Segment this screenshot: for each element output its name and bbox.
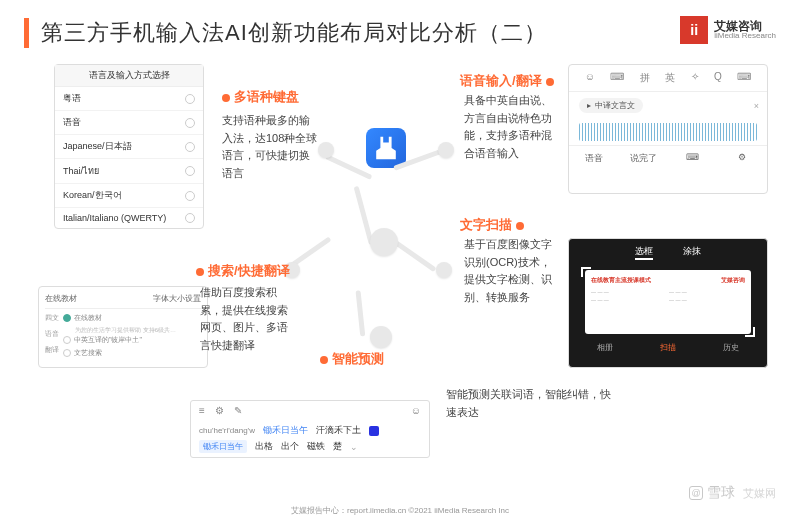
logo-mark: ii xyxy=(680,16,708,44)
connector xyxy=(356,290,366,336)
ime-tag[interactable]: 锄禾日当午 xyxy=(199,440,247,453)
logo-en: iiMedia Research xyxy=(714,32,776,40)
connector-node xyxy=(318,142,334,158)
candidate[interactable]: 楚 xyxy=(333,440,342,453)
panel-voice: ☺ ⌨ 拼 英 ✧ Q ⌨ ▸中译文言文 × 语音 说完了 ⌨ ⚙ xyxy=(568,64,768,194)
panel-language-header: 语言及输入方式选择 xyxy=(55,65,203,87)
candidate-suffix: 汗滴禾下土 xyxy=(316,424,361,437)
page-title: 第三方手机输入法AI创新功能布局对比分析（二） xyxy=(41,18,547,48)
lang-row[interactable]: 粤语 xyxy=(55,87,203,111)
desc-multilang: 支持语种最多的输入法，达108种全球语言，可快捷切换语言 xyxy=(222,112,318,182)
lang-row[interactable]: 语音 xyxy=(55,111,203,135)
voice-done-button[interactable]: 说完了 xyxy=(619,146,669,171)
candidate[interactable]: 出个 xyxy=(281,440,299,453)
candidate[interactable]: 磁铁 xyxy=(307,440,325,453)
side-tab[interactable]: 语音 xyxy=(45,329,59,339)
settings-icon[interactable]: ⚙ xyxy=(718,146,768,171)
label-multilang: 多语种键盘 xyxy=(222,88,299,106)
voice-waveform xyxy=(579,123,757,141)
voice-pill[interactable]: ▸中译文言文 xyxy=(579,98,643,113)
lang-row[interactable]: Thai/ไทย xyxy=(55,159,203,184)
watermark: @ 雪球 艾媒网 xyxy=(689,484,776,502)
panel-settings: 在线教材 字体大小设置 四文 语音 翻译 在线教材 为您的生活学习提供帮助 支持… xyxy=(38,286,208,368)
menu-icon[interactable]: ≡ xyxy=(199,405,205,416)
candidate[interactable]: 出格 xyxy=(255,440,273,453)
lang-row[interactable]: Korean/한국어 xyxy=(55,184,203,208)
side-tab[interactable]: 四文 xyxy=(45,313,59,323)
voice-mode-icon[interactable]: ☺ xyxy=(585,71,595,85)
settings-tab-right[interactable]: 字体大小设置 xyxy=(153,293,201,304)
ocr-tab-smudge[interactable]: 涂抹 xyxy=(683,245,701,260)
footer: 艾媒报告中心：report.iimedia.cn ©2021 iiMedia R… xyxy=(0,505,800,516)
side-tab[interactable]: 翻译 xyxy=(45,345,59,355)
connector-node xyxy=(370,228,398,256)
album-icon[interactable]: 相册 xyxy=(597,342,613,353)
connector-node xyxy=(438,142,454,158)
desc-voice: 具备中英自由说、方言自由说特色功能，支持多语种混合语音输入 xyxy=(464,92,560,162)
label-predict: 智能预测 xyxy=(320,350,384,368)
edit-icon[interactable]: ✎ xyxy=(234,405,242,416)
voice-mode-icon[interactable]: 英 xyxy=(665,71,675,85)
voice-mode-icon[interactable]: ⌨ xyxy=(737,71,751,85)
voice-btn[interactable]: 语音 xyxy=(569,146,619,171)
keyboard-icon[interactable]: ⌨ xyxy=(668,146,718,171)
scan-icon[interactable]: 扫描 xyxy=(660,342,676,353)
panel-language: 语言及输入方式选择 粤语 语音 Japanese/日本語 Thai/ไทย Ko… xyxy=(54,64,204,229)
voice-mode-icon[interactable]: 拼 xyxy=(640,71,650,85)
lang-row[interactable]: Italian/Italiano (QWERTY) xyxy=(55,208,203,228)
lang-row[interactable]: Japanese/日本語 xyxy=(55,135,203,159)
voice-mode-icon[interactable]: Q xyxy=(714,71,722,85)
brand-logo: ii 艾媒咨询 iiMedia Research xyxy=(680,16,776,44)
panel-ocr: 选框 涂抹 在线教育主流授课模式 艾媒咨询 — — —— — —— — —— —… xyxy=(568,238,768,368)
desc-ocr: 基于百度图像文字识别(OCR)技术，提供文字检测、识别、转换服务 xyxy=(464,236,560,306)
label-search: 搜索/快捷翻译 xyxy=(196,262,290,280)
baidu-logo xyxy=(354,128,418,176)
title-accent xyxy=(24,18,29,48)
voice-mode-icon[interactable]: ⌨ xyxy=(610,71,624,85)
history-icon[interactable]: 历史 xyxy=(723,342,739,353)
ocr-tab-select[interactable]: 选框 xyxy=(635,245,653,260)
baidu-icon xyxy=(369,426,379,436)
panel-ime: ≡ ⚙ ✎ ☺ chu'he'ri'dang'w 锄禾日当午 汗滴禾下土 锄禾日… xyxy=(190,400,430,458)
candidate-hl[interactable]: 锄禾日当午 xyxy=(263,424,308,437)
close-icon[interactable]: × xyxy=(754,101,759,111)
emoji-icon[interactable]: ☺ xyxy=(411,405,421,416)
connector-node xyxy=(370,326,392,348)
label-voice: 语音输入/翻译 xyxy=(460,72,554,90)
desc-predict: 智能预测关联词语，智能纠错，快速表达 xyxy=(446,386,616,421)
ocr-card: 在线教育主流授课模式 艾媒咨询 — — —— — —— — —— — — xyxy=(585,270,751,334)
voice-mode-icon[interactable]: ✧ xyxy=(691,71,699,85)
connector-node xyxy=(436,262,452,278)
pinyin: chu'he'ri'dang'w xyxy=(199,426,255,435)
label-ocr: 文字扫描 xyxy=(460,216,524,234)
gear-icon[interactable]: ⚙ xyxy=(215,405,224,416)
settings-tab-left[interactable]: 在线教材 xyxy=(45,293,77,304)
desc-search: 借助百度搜索积累，提供在线搜索网页、图片、多语言快捷翻译 xyxy=(200,284,296,354)
